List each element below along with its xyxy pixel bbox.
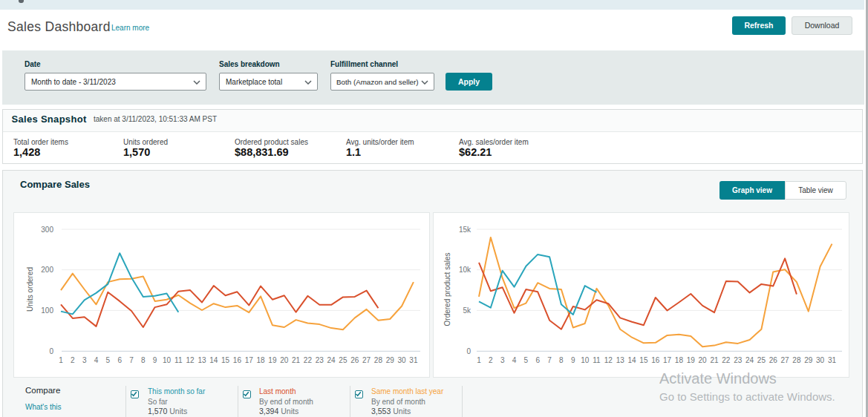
svg-text:20: 20: [699, 356, 708, 364]
svg-text:30: 30: [816, 356, 825, 364]
svg-text:4: 4: [512, 356, 517, 364]
svg-text:0: 0: [49, 347, 53, 355]
svg-text:10: 10: [581, 356, 590, 364]
svg-text:31: 31: [409, 356, 418, 364]
svg-text:6: 6: [535, 356, 540, 364]
svg-text:28: 28: [792, 356, 801, 364]
svg-text:29: 29: [804, 356, 813, 364]
svg-text:15: 15: [639, 356, 648, 364]
svg-text:300: 300: [41, 226, 53, 234]
svg-text:1: 1: [477, 356, 481, 364]
svg-text:0: 0: [466, 347, 471, 355]
svg-text:30: 30: [398, 356, 407, 364]
svg-text:11: 11: [593, 356, 601, 364]
svg-text:200: 200: [41, 266, 53, 274]
svg-text:31: 31: [828, 356, 837, 364]
svg-text:23: 23: [734, 356, 743, 364]
svg-text:14: 14: [627, 356, 636, 364]
svg-text:3: 3: [82, 356, 87, 364]
svg-text:21: 21: [710, 356, 719, 364]
svg-text:29: 29: [386, 356, 395, 364]
svg-text:15k: 15k: [459, 226, 471, 234]
svg-text:16: 16: [233, 356, 242, 364]
svg-text:18: 18: [257, 356, 266, 364]
svg-text:27: 27: [781, 356, 790, 364]
svg-text:12: 12: [186, 356, 195, 364]
svg-text:10k: 10k: [459, 266, 471, 274]
svg-text:24: 24: [327, 356, 336, 364]
svg-text:9: 9: [571, 356, 575, 364]
svg-text:5: 5: [106, 356, 111, 364]
svg-text:13: 13: [198, 356, 206, 364]
svg-text:19: 19: [687, 356, 696, 364]
svg-text:Ordered product sales: Ordered product sales: [443, 253, 451, 326]
svg-text:23: 23: [316, 356, 324, 364]
svg-text:28: 28: [374, 356, 383, 364]
svg-text:13: 13: [616, 356, 625, 364]
svg-text:8: 8: [559, 356, 564, 364]
svg-text:16: 16: [651, 356, 660, 364]
svg-text:25: 25: [757, 356, 766, 364]
svg-text:5k: 5k: [463, 306, 471, 315]
svg-text:5: 5: [524, 356, 529, 364]
svg-text:4: 4: [94, 356, 99, 364]
svg-text:22: 22: [722, 356, 731, 364]
svg-text:17: 17: [245, 356, 254, 364]
svg-text:2: 2: [71, 356, 75, 364]
svg-text:3: 3: [500, 356, 505, 364]
svg-text:18: 18: [675, 356, 684, 364]
svg-text:7: 7: [547, 356, 552, 364]
svg-text:20: 20: [280, 356, 289, 364]
svg-text:24: 24: [745, 356, 754, 364]
svg-text:6: 6: [117, 356, 122, 364]
svg-text:25: 25: [339, 356, 347, 364]
svg-text:21: 21: [292, 356, 301, 364]
svg-text:11: 11: [174, 356, 183, 364]
svg-text:26: 26: [350, 356, 359, 364]
svg-text:1: 1: [59, 356, 63, 364]
svg-text:8: 8: [141, 356, 146, 364]
svg-text:26: 26: [769, 356, 778, 364]
svg-text:2: 2: [489, 356, 493, 364]
svg-text:27: 27: [362, 356, 371, 364]
svg-text:7: 7: [129, 356, 134, 364]
svg-text:100: 100: [41, 306, 53, 315]
svg-text:19: 19: [268, 356, 277, 364]
svg-text:10: 10: [163, 356, 172, 364]
svg-text:9: 9: [153, 356, 157, 364]
svg-text:15: 15: [221, 356, 230, 364]
svg-text:17: 17: [663, 356, 672, 364]
svg-text:14: 14: [209, 356, 218, 364]
svg-text:22: 22: [304, 356, 313, 364]
svg-text:12: 12: [604, 356, 613, 364]
svg-text:Units ordered: Units ordered: [26, 267, 34, 312]
